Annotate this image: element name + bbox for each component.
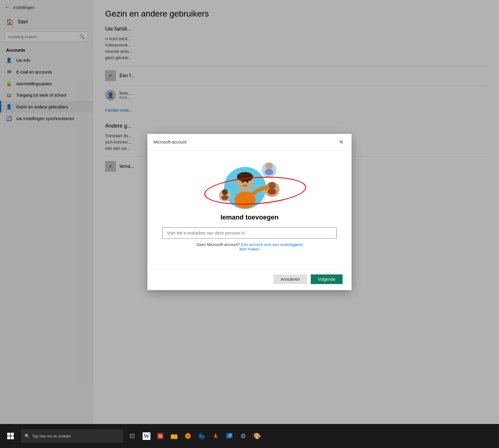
no-account-link[interactable]: Een account voor een onderliggenditem ma… xyxy=(239,242,303,251)
modal-title: Microsoft-account xyxy=(153,140,186,144)
svg-point-11 xyxy=(268,189,276,195)
taskbar-search-icon: 🔍 xyxy=(25,434,30,438)
microsoft-account-modal: Microsoft-account ✕ xyxy=(147,134,352,290)
svg-point-14 xyxy=(221,195,228,200)
modal-body: Iemand toevoegen Geen Microsoft-account?… xyxy=(147,150,352,268)
taskbar-file-explorer-icon[interactable] xyxy=(168,429,181,443)
svg-point-8 xyxy=(265,169,273,175)
taskbar-search-text: Typ hier om te zoeken xyxy=(32,434,71,438)
svg-point-5 xyxy=(246,181,248,183)
taskbar: 🔍 Typ hier om te zoeken ⊟ W N O ⚙ 🎨 xyxy=(0,424,499,448)
taskbar-orange-app-icon[interactable] xyxy=(209,429,222,443)
modal-overlay: Microsoft-account ✕ xyxy=(0,0,499,424)
modal-illustration xyxy=(216,159,283,213)
svg-rect-15 xyxy=(7,433,10,436)
taskbar-apps: W N O ⚙ 🎨 xyxy=(140,429,264,443)
modal-header: Microsoft-account ✕ xyxy=(147,134,352,150)
svg-point-10 xyxy=(268,182,276,189)
svg-rect-18 xyxy=(11,436,14,439)
svg-rect-17 xyxy=(7,436,10,439)
start-button[interactable] xyxy=(3,424,18,448)
taskbar-settings-icon[interactable]: ⚙ xyxy=(237,429,250,443)
taskbar-firefox-icon[interactable] xyxy=(181,429,195,443)
cancel-button[interactable]: Annuleren xyxy=(274,274,307,284)
svg-point-3 xyxy=(237,172,253,182)
taskbar-red-app-icon[interactable]: N xyxy=(154,429,167,443)
modal-footer: Annuleren Volgende xyxy=(147,268,352,290)
svg-point-4 xyxy=(242,181,243,183)
taskbar-edge-icon[interactable] xyxy=(195,429,208,443)
taskbar-word-icon[interactable]: W xyxy=(140,429,153,443)
task-view-button[interactable]: ⊟ xyxy=(126,429,138,443)
svg-point-13 xyxy=(222,189,228,195)
modal-close-button[interactable]: ✕ xyxy=(337,138,346,147)
taskbar-paint-icon[interactable]: 🎨 xyxy=(250,429,264,443)
next-button[interactable]: Volgende xyxy=(311,274,343,284)
svg-rect-16 xyxy=(11,433,14,436)
email-input[interactable] xyxy=(162,227,337,239)
windows-icon xyxy=(7,432,14,440)
modal-heading: Iemand toevoegen xyxy=(220,213,278,221)
svg-point-7 xyxy=(265,162,273,170)
svg-point-25 xyxy=(187,435,189,437)
taskbar-search-box[interactable]: 🔍 Typ hier om te zoeken xyxy=(21,429,123,443)
svg-text:N: N xyxy=(159,434,162,438)
svg-text:O: O xyxy=(229,434,231,437)
taskbar-outlook-icon[interactable]: O xyxy=(223,429,236,443)
no-account-text: Geen Microsoft-account? Een account voor… xyxy=(196,242,303,251)
